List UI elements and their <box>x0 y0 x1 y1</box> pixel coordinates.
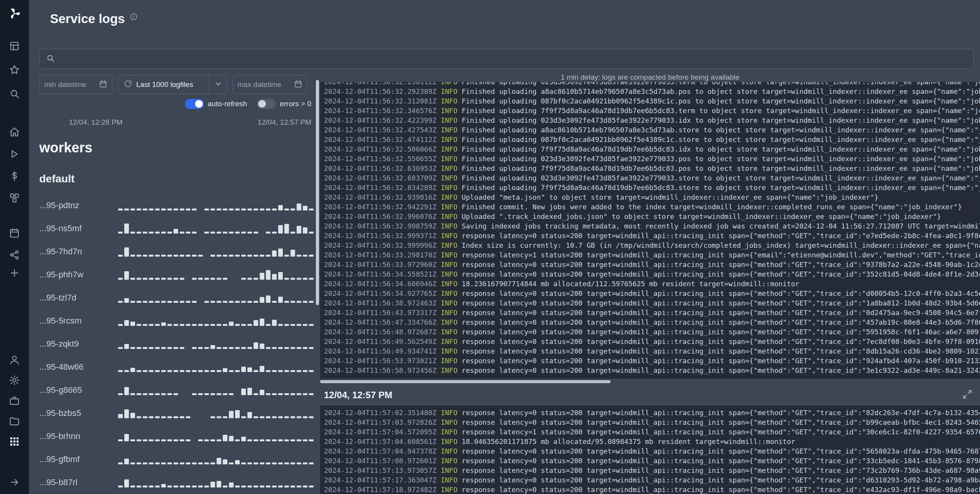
calendar-icon[interactable] <box>99 80 107 90</box>
activity-bar <box>192 462 197 464</box>
activity-bar <box>217 301 221 303</box>
activity-bar <box>241 209 246 210</box>
resources-icon[interactable] <box>8 191 21 204</box>
activity-bar <box>272 250 277 257</box>
worker-row[interactable]: ...95-bzbs5 <box>39 401 314 424</box>
activity-bar <box>137 324 141 326</box>
worker-row[interactable]: ...95-b87rl <box>39 471 314 494</box>
activity-bar <box>217 439 221 441</box>
logfiles-chevron-button[interactable] <box>209 75 227 93</box>
worker-name: ...95-zqkt9 <box>39 339 79 349</box>
auto-refresh-toggle[interactable] <box>185 99 204 109</box>
activity-bar <box>180 324 184 326</box>
star-icon[interactable] <box>8 63 21 76</box>
activity-bar <box>266 324 270 326</box>
max-datetime-placeholder: max datetime <box>237 80 281 89</box>
activity-bar <box>260 390 264 395</box>
worker-row[interactable]: ...95-5rcsm <box>39 309 314 332</box>
activity-bar <box>167 209 172 210</box>
worker-row[interactable]: ...95-tzl7d <box>39 286 314 309</box>
worker-name: ...95-b87rl <box>39 477 77 487</box>
add-icon[interactable] <box>8 266 21 279</box>
activity-bar <box>137 416 141 418</box>
errors-only-toggle[interactable] <box>257 99 276 109</box>
activity-bar <box>254 301 258 303</box>
activity-bar <box>223 368 227 372</box>
worker-row[interactable]: ...95-g8665 <box>39 378 314 401</box>
worker-row[interactable]: ...95-7hd7n <box>39 240 314 263</box>
workspace-icon[interactable] <box>8 394 21 407</box>
schedules-icon[interactable] <box>8 226 21 239</box>
activity-bar <box>260 416 264 418</box>
activity-bar <box>143 439 147 441</box>
calendar-icon[interactable] <box>294 80 302 90</box>
logfiles-dropdown-value-area: Last 1000 logfiles <box>119 80 209 90</box>
worker-row[interactable]: ...95-ns5mf <box>39 217 314 240</box>
worker-row[interactable]: ...95-brhnn <box>39 424 314 447</box>
vertical-scrollbar[interactable] <box>316 80 319 305</box>
folders-icon[interactable] <box>8 414 21 427</box>
auto-refresh-label: auto-refresh <box>208 100 247 108</box>
activity-bar <box>155 462 160 464</box>
worker-row[interactable]: ...95-phh7w <box>39 263 314 286</box>
worker-row[interactable]: ...95-48w66 <box>39 355 314 378</box>
apps-icon[interactable] <box>8 39 21 52</box>
windmill-logo[interactable] <box>8 7 21 20</box>
activity-bar <box>217 324 221 326</box>
variables-icon[interactable] <box>8 169 21 182</box>
activity-bar <box>155 439 160 441</box>
worker-row[interactable]: ...95-zqkt9 <box>39 332 314 355</box>
activity-bar <box>186 416 190 418</box>
activity-bar <box>266 486 270 487</box>
activity-bar <box>217 209 221 210</box>
activity-bar <box>278 462 283 464</box>
activity-bar <box>284 462 289 464</box>
worker-row[interactable]: ...95-pdtnz <box>39 194 314 217</box>
activity-bar <box>290 250 295 257</box>
service-logs-icon[interactable] <box>8 435 21 448</box>
activity-bar <box>130 232 135 234</box>
settings-gear-icon[interactable] <box>8 374 21 387</box>
activity-bar <box>309 209 314 210</box>
expand-sidebar-icon[interactable] <box>8 476 21 489</box>
activity-bar <box>266 209 270 210</box>
log-line: 2024-12-04T11:57:04.608561Z INFO 18.0463… <box>324 437 980 446</box>
activity-bar <box>229 255 234 257</box>
activity-bar <box>118 486 123 487</box>
worker-activity-sparkline <box>118 199 314 210</box>
activity-bar <box>210 278 215 280</box>
activity-bar <box>167 486 172 487</box>
search-icon[interactable] <box>8 87 21 100</box>
activity-bar <box>124 459 129 464</box>
log-block-1[interactable]: 2024-12-04T11:56:32.236112Z INFO Finishe… <box>320 82 980 379</box>
max-datetime-input[interactable]: max datetime <box>232 75 307 94</box>
user-icon[interactable] <box>8 353 21 366</box>
search-input[interactable] <box>60 54 967 64</box>
relations-icon[interactable] <box>8 248 21 261</box>
log-line: 2024-12-04T11:56:58.972456Z INFO respons… <box>324 365 980 375</box>
activity-bar <box>309 347 314 349</box>
runs-icon[interactable] <box>8 147 21 160</box>
activity-bar <box>137 209 141 210</box>
activity-bar <box>137 393 141 395</box>
worker-row[interactable]: ...95-gfbmf <box>39 447 314 471</box>
activity-bar <box>235 301 240 303</box>
time-range-end: 12/04, 12:57 PM <box>258 118 311 127</box>
info-icon[interactable] <box>130 13 138 22</box>
log-block-2[interactable]: 2024-12-04T11:57:02.351480Z INFO respons… <box>320 406 980 494</box>
worker-activity-sparkline <box>118 430 314 441</box>
activity-bar <box>198 347 203 349</box>
activity-bar <box>223 347 227 349</box>
activity-bar <box>247 439 252 441</box>
activity-bar <box>309 486 314 487</box>
horizontal-scrollbar[interactable] <box>320 380 611 383</box>
maximize-icon[interactable] <box>962 389 972 401</box>
min-datetime-input[interactable]: min datetime <box>39 75 112 94</box>
logfiles-dropdown[interactable]: Last 1000 logfiles <box>118 75 227 94</box>
activity-bar <box>198 278 203 280</box>
activity-bar <box>210 209 215 210</box>
activity-bar <box>186 301 190 303</box>
log-line: 2024-12-04T11:56:32.474112Z INFO Finishe… <box>324 135 980 144</box>
home-icon[interactable] <box>8 125 21 139</box>
activity-bar <box>260 255 264 257</box>
